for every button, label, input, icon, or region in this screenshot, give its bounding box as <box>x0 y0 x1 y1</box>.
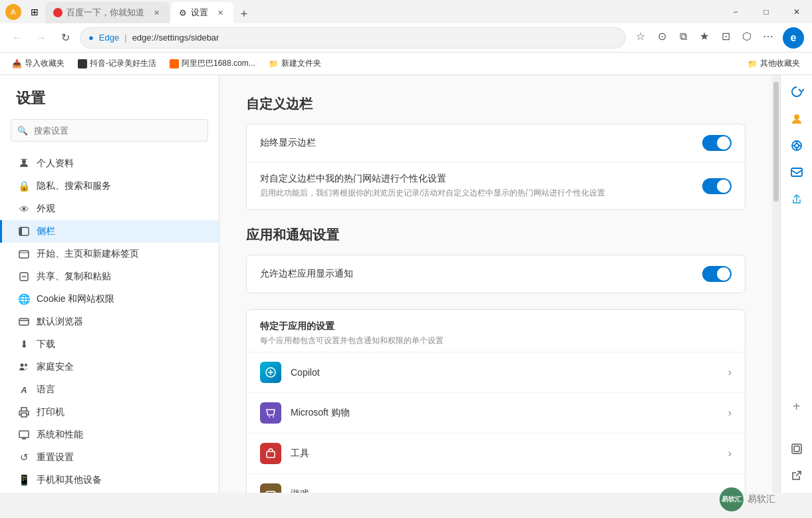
app-row-games[interactable]: 游戏 › <box>247 474 745 493</box>
tab-settings[interactable]: ⚙ 设置 ✕ <box>171 2 233 23</box>
favorites-button[interactable]: ☆ <box>631 27 650 46</box>
nav-item-mobile[interactable]: 📱 手机和其他设备 <box>0 469 219 491</box>
nav-item-sidebar[interactable]: 侧栏 <box>0 220 219 243</box>
nav-item-share[interactable]: 共享、复制和粘贴 <box>0 265 219 288</box>
nav-item-print[interactable]: 打印机 <box>0 401 219 424</box>
forward-button[interactable]: → <box>32 29 51 47</box>
nav-item-language[interactable]: A 语言 <box>0 378 219 401</box>
sidebar-nav-icon <box>18 225 30 237</box>
tab-icon-settings: ⚙ <box>179 8 187 18</box>
nav-label-system: 系统和性能 <box>37 429 83 441</box>
nav-item-system[interactable]: 系统和性能 <box>0 424 219 446</box>
nav-item-accessibility[interactable]: 辅助功能 <box>0 491 219 493</box>
window-controls: − □ ✕ <box>720 0 812 23</box>
app-row-tools[interactable]: 工具 › <box>247 434 745 474</box>
personalize-toggle[interactable] <box>702 178 732 194</box>
search-input[interactable] <box>11 119 208 142</box>
refresh-button[interactable]: ↻ <box>56 29 74 47</box>
cookies-icon: 🌐 <box>18 293 30 305</box>
svg-rect-14 <box>19 431 29 438</box>
notifications-toggle[interactable] <box>702 266 732 282</box>
personalize-label: 对自定义边栏中我的热门网站进行个性化设置 <box>260 173 702 185</box>
edge-share-tool[interactable] <box>785 187 809 211</box>
newfolder-label: 新建文件夹 <box>281 58 321 69</box>
nav-item-defaultbrowser[interactable]: 默认浏览器 <box>0 311 219 333</box>
edge-profile-tool[interactable] <box>785 107 809 131</box>
close-button[interactable]: ✕ <box>781 0 812 23</box>
bookmark-other[interactable]: 📁 其他收藏夹 <box>744 57 804 70</box>
family-icon <box>18 361 30 373</box>
folder-icon: 📁 <box>269 59 279 68</box>
app-row-copilot[interactable]: Copilot › <box>247 352 745 393</box>
downloads-button[interactable]: ⊡ <box>716 27 735 46</box>
nav-item-privacy[interactable]: 🔒 隐私、搜索和服务 <box>0 175 219 197</box>
edge-capture-tool[interactable] <box>785 437 809 461</box>
always-show-toggle[interactable] <box>702 135 732 151</box>
bookmark-douyin[interactable]: 抖音-记录美好生活 <box>74 57 160 70</box>
nav-label-cookies: Cookie 和网站权限 <box>37 293 114 305</box>
nav-label-profile: 个人资料 <box>37 158 74 170</box>
bookmark-import[interactable]: 📥 导入收藏夹 <box>8 57 68 70</box>
reset-icon: ↺ <box>18 452 30 463</box>
edge-add-tool[interactable]: + <box>785 394 809 418</box>
minimize-button[interactable]: − <box>720 0 751 23</box>
scrollbar-thumb[interactable] <box>773 82 779 201</box>
lock-icon: 🔒 <box>18 180 30 192</box>
more-button[interactable]: ⋯ <box>759 27 777 46</box>
tab-baidu[interactable]: 百度一下，你就知道 ✕ <box>45 2 170 23</box>
nav-item-reset[interactable]: ↺ 重置设置 <box>0 446 219 469</box>
edge-outlook-tool[interactable] <box>785 160 809 184</box>
bookmarks-bar: 📥 导入收藏夹 抖音-记录美好生活 阿里巴巴1688.com... 📁 新建文件… <box>0 53 812 75</box>
nav-label-language: 语言 <box>37 384 55 396</box>
svg-rect-3 <box>19 227 22 235</box>
nav-item-profile[interactable]: 个人资料 <box>0 152 219 175</box>
douyin-icon <box>78 59 87 68</box>
nav-label-newtab: 开始、主页和新建标签页 <box>37 248 139 260</box>
print-icon <box>18 406 30 418</box>
notifications-info: 允许边栏应用显示通知 <box>260 268 702 280</box>
tab-close-baidu[interactable]: ✕ <box>151 7 162 18</box>
scrollbar-track[interactable] <box>772 75 780 493</box>
back-button[interactable]: ← <box>8 29 27 47</box>
maximize-button[interactable]: □ <box>751 0 781 23</box>
nav-item-cookies[interactable]: 🌐 Cookie 和网站权限 <box>0 288 219 311</box>
nav-item-appearance[interactable]: 👁 外观 <box>0 197 219 220</box>
edge-button[interactable]: e <box>783 27 804 49</box>
extensions-button[interactable]: ⬡ <box>738 27 756 46</box>
nav-item-newtab[interactable]: 开始、主页和新建标签页 <box>0 243 219 265</box>
favorites-bar-button[interactable]: ★ <box>695 27 714 46</box>
new-tab-button[interactable]: + <box>235 5 253 23</box>
edge-collections-tool[interactable] <box>785 134 809 158</box>
nav-item-family[interactable]: 家庭安全 <box>0 356 219 378</box>
svg-rect-8 <box>19 319 29 325</box>
address-bar: ← → ↻ ● Edge | edge://settings/sidebar ☆… <box>0 23 812 53</box>
profile-avatar[interactable]: A <box>5 4 21 20</box>
other-folder-icon: 📁 <box>747 59 757 68</box>
bookmark-alibaba[interactable]: 阿里巴巴1688.com... <box>166 57 259 70</box>
settings-sidebar: 设置 🔍 个人资料 🔒 隐私、搜索和服务 👁 外观 侧栏 <box>0 75 219 493</box>
svg-line-42 <box>796 471 801 476</box>
custom-sidebar-card: 始终显示边栏 对自定义边栏中我的热门网站进行个性化设置 启用此功能后，我们将根据… <box>246 124 745 210</box>
copilot-chevron: › <box>728 366 732 378</box>
section2-title: 应用和通知设置 <box>246 226 745 244</box>
collections-button[interactable]: ⊙ <box>652 27 671 46</box>
tab-title-settings: 设置 <box>191 7 208 19</box>
section3-desc: 每个应用都包含可设置并包含通知和权限的单个设置 <box>260 335 732 346</box>
edge-external-link-tool[interactable] <box>785 463 809 487</box>
nav-item-downloads[interactable]: ⬇ 下载 <box>0 333 219 356</box>
bookmark-newfolder[interactable]: 📁 新建文件夹 <box>265 57 325 70</box>
svg-point-23 <box>269 416 270 418</box>
app-row-shopping[interactable]: Microsoft 购物 › <box>247 393 745 434</box>
search-icon: 🔍 <box>17 126 28 136</box>
svg-point-1 <box>22 160 26 164</box>
section1-title: 自定义边栏 <box>246 95 745 113</box>
split-screen-button[interactable]: ⧉ <box>674 27 692 46</box>
edge-copilot-tool[interactable] <box>785 80 809 104</box>
url-text: edge://settings/sidebar <box>132 33 219 43</box>
sidebar-icon[interactable]: ⊞ <box>27 4 43 20</box>
address-input[interactable]: ● Edge | edge://settings/sidebar <box>80 27 626 49</box>
titlebar: A ⊞ 百度一下，你就知道 ✕ ⚙ 设置 ✕ + − □ ✕ <box>0 0 812 23</box>
tab-close-settings[interactable]: ✕ <box>215 7 225 18</box>
shopping-app-icon <box>260 402 281 424</box>
nav-label-family: 家庭安全 <box>37 361 74 373</box>
